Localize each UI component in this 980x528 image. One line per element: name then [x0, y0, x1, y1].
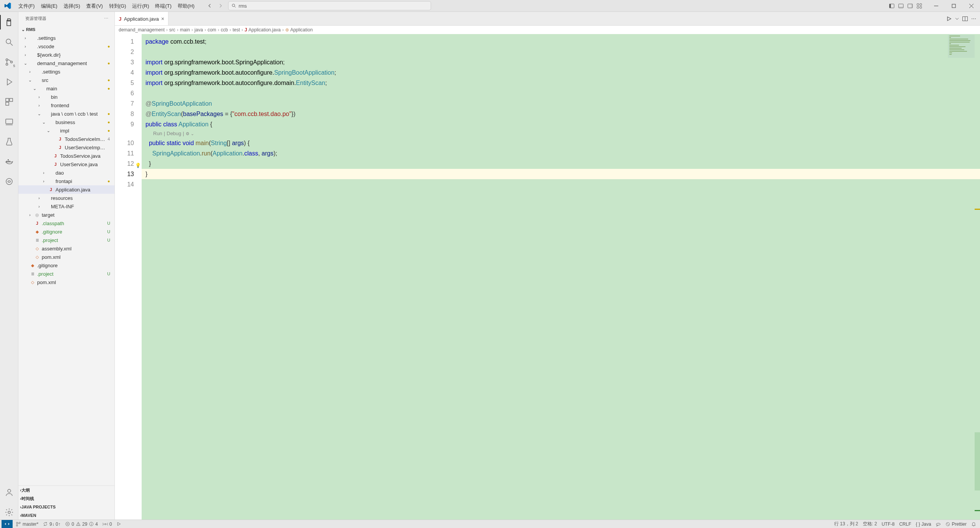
activity-docker[interactable]	[0, 154, 18, 169]
code-line[interactable]: public class Application {	[142, 119, 980, 129]
split-editor-icon[interactable]	[962, 16, 968, 22]
status-feedback[interactable]	[933, 520, 943, 528]
code-line[interactable]: import org.springframework.boot.SpringAp…	[142, 57, 980, 67]
code-line[interactable]: }	[142, 169, 980, 179]
activity-debug[interactable]	[0, 75, 18, 89]
activity-other[interactable]	[0, 174, 18, 189]
file-item[interactable]: JUserServiceImpl.java	[18, 143, 114, 152]
activity-explorer[interactable]	[0, 15, 18, 29]
breadcrumb-segment[interactable]: com›	[207, 27, 221, 33]
status-sync[interactable]: 9↓ 0↑	[41, 520, 63, 528]
folder-item[interactable]: ›${work.dir}	[18, 51, 114, 59]
close-button[interactable]	[962, 0, 980, 12]
code-line[interactable]: public static void main(String[] args) {	[142, 138, 980, 148]
menu-item[interactable]: 编辑(E)	[38, 0, 60, 12]
file-item[interactable]: JTodosServiceImpl.java4	[18, 135, 114, 143]
nav-back-button[interactable]	[205, 1, 214, 10]
menu-item[interactable]: 转到(G)	[106, 0, 129, 12]
status-build[interactable]	[114, 520, 124, 528]
status-remote[interactable]	[2, 520, 13, 528]
sidebar-more-icon[interactable]: ⋯	[104, 16, 109, 21]
side-panel-maven[interactable]: ›MAVEN	[18, 511, 114, 520]
folder-item[interactable]: ⌄java \ com \ ccb \ test●	[18, 110, 114, 118]
file-item[interactable]: J.classpathU	[18, 219, 114, 227]
status-prettier[interactable]: Prettier	[943, 520, 969, 528]
file-item[interactable]: ◇assembly.xml	[18, 244, 114, 253]
file-item[interactable]: JUserService.java	[18, 160, 114, 168]
code-line[interactable]	[142, 179, 980, 190]
breadcrumb-symbol[interactable]: ⊕Application	[285, 27, 313, 33]
folder-item[interactable]: ›◎target	[18, 211, 114, 219]
status-problems[interactable]: 0 29 4	[63, 520, 100, 528]
run-dropdown-icon[interactable]	[955, 17, 959, 21]
code-line[interactable]	[142, 88, 980, 98]
tab-close-icon[interactable]: ×	[161, 16, 164, 22]
folder-item[interactable]: ⌄src●	[18, 76, 114, 84]
code-line[interactable]: package com.ccb.test;	[142, 36, 980, 47]
file-item[interactable]: ◆.gitignoreU	[18, 227, 114, 236]
menu-item[interactable]: 选择(S)	[60, 0, 83, 12]
breadcrumb-segment[interactable]: src›	[169, 27, 180, 33]
activity-account[interactable]	[0, 485, 18, 500]
breadcrumb-segment[interactable]: demand_management›	[119, 27, 169, 33]
menu-item[interactable]: 查看(V)	[83, 0, 106, 12]
breadcrumb-file[interactable]: JApplication.java›	[245, 27, 285, 33]
file-item[interactable]: ◇pom.xml	[18, 253, 114, 261]
status-eol[interactable]: CRLF	[897, 520, 913, 528]
run-button-icon[interactable]	[946, 16, 952, 22]
code-line[interactable]: @EntityScan(basePackages = {"com.ccb.tes…	[142, 109, 980, 119]
folder-item[interactable]: ›frontend	[18, 101, 114, 110]
side-panel-时间线[interactable]: ›时间线	[18, 494, 114, 503]
folder-item[interactable]: ›.settings	[18, 34, 114, 42]
folder-item[interactable]: ›frontapi●	[18, 177, 114, 185]
status-ports[interactable]: 0	[100, 520, 114, 528]
code-line[interactable]: import org.springframework.boot.autoconf…	[142, 78, 980, 88]
folder-item[interactable]: ›META-INF	[18, 202, 114, 211]
file-item[interactable]: JApplication.java	[18, 185, 114, 194]
layout-panel-icon[interactable]	[897, 2, 905, 10]
status-notifications[interactable]	[969, 520, 978, 528]
folder-item[interactable]: ›.vscode●	[18, 42, 114, 51]
code-line[interactable]	[142, 47, 980, 57]
status-indent[interactable]: 空格: 2	[861, 520, 879, 528]
maximize-button[interactable]	[945, 0, 962, 12]
file-item[interactable]: JTodosService.java	[18, 152, 114, 160]
file-item[interactable]: ≣.projectU	[18, 270, 114, 278]
code-line[interactable]: import org.springframework.boot.autoconf…	[142, 67, 980, 78]
activity-extensions[interactable]	[0, 95, 18, 109]
activity-scm[interactable]: 5	[0, 55, 18, 69]
layout-sidebar-right-icon[interactable]	[906, 2, 914, 10]
command-center[interactable]: rms	[228, 1, 431, 10]
folder-item[interactable]: ›dao	[18, 168, 114, 177]
file-item[interactable]: ◆.gitignore	[18, 261, 114, 270]
tab-more-icon[interactable]: ⋯	[971, 16, 976, 21]
folder-item[interactable]: ⌄impl●	[18, 126, 114, 135]
side-panel-大纲[interactable]: ›大纲	[18, 486, 114, 494]
breadcrumb-segment[interactable]: ccb›	[221, 27, 233, 33]
status-cursor[interactable]: 行 13，列 2	[832, 520, 861, 528]
folder-item[interactable]: ›resources	[18, 194, 114, 202]
minimize-button[interactable]	[927, 0, 945, 12]
code-line[interactable]: SpringApplication.run(Application.class,…	[142, 148, 980, 159]
vertical-scrollbar[interactable]	[975, 34, 980, 520]
tab-application-java[interactable]: J Application.java ×	[115, 12, 168, 25]
breadcrumb-segment[interactable]: main›	[180, 27, 194, 33]
codelens[interactable]: Run|Debug|⚙ ⌄	[142, 129, 980, 138]
menu-item[interactable]: 终端(T)	[152, 0, 175, 12]
activity-settings[interactable]	[0, 505, 18, 520]
folder-item[interactable]: ⌄business●	[18, 118, 114, 126]
folder-item[interactable]: ⌄demand_management●	[18, 59, 114, 67]
status-encoding[interactable]: UTF-8	[879, 520, 897, 528]
folder-item[interactable]: ⌄main●	[18, 84, 114, 93]
folder-item[interactable]: ›bin	[18, 93, 114, 101]
menu-item[interactable]: 运行(R)	[129, 0, 152, 12]
code-line[interactable]: }	[142, 159, 980, 169]
minimap[interactable]	[948, 35, 975, 58]
activity-remote[interactable]	[0, 114, 18, 129]
code-line[interactable]: @SpringBootApplication	[142, 98, 980, 109]
folder-section-header[interactable]: ⌄ RMS	[18, 25, 114, 34]
breadcrumb-segment[interactable]: java›	[194, 27, 207, 33]
code-editor[interactable]: package com.ccb.test;import org.springfr…	[142, 34, 980, 520]
activity-testing[interactable]	[0, 134, 18, 149]
nav-forward-button[interactable]	[216, 1, 225, 10]
